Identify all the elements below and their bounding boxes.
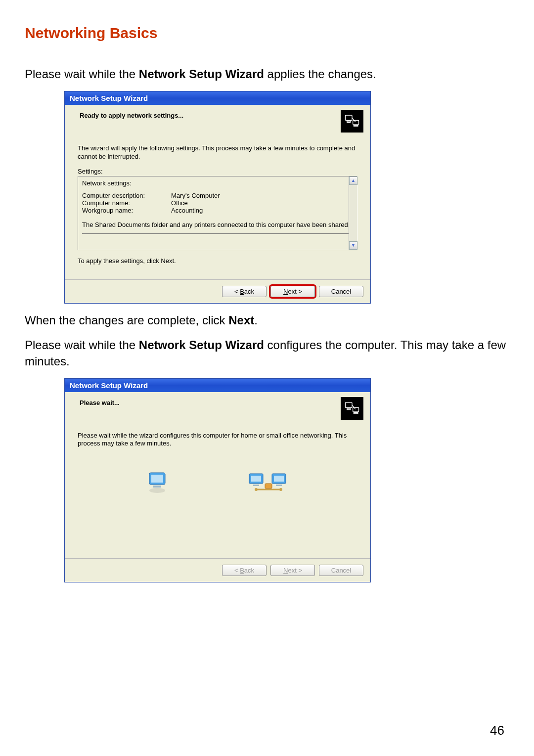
svg-rect-7 [354, 413, 358, 414]
svg-rect-1 [347, 121, 351, 123]
cancel-button[interactable]: Cancel [319, 286, 363, 297]
page-heading: Networking Basics [25, 25, 509, 42]
scroll-up-button[interactable]: ▲ [349, 177, 357, 185]
page-number: 46 [490, 723, 504, 738]
svg-rect-15 [274, 476, 284, 482]
svg-rect-4 [345, 402, 352, 407]
intro1-pre: Please wait while the [25, 67, 139, 81]
svg-rect-13 [251, 476, 261, 482]
next-label: Next > [283, 288, 302, 295]
settings-divider [82, 233, 353, 234]
back-button-disabled: < Back [222, 565, 267, 576]
desc-label: Computer description: [82, 192, 171, 199]
intro2-pre: When the changes are complete, click [25, 313, 228, 327]
wizard1-explain: The wizard will apply the following sett… [78, 144, 357, 161]
wizard2-header-title: Please wait... [80, 399, 362, 406]
name-label: Computer name: [82, 199, 171, 207]
svg-rect-0 [345, 115, 352, 120]
settings-scrollbar[interactable]: ▲ ▼ [349, 177, 357, 250]
intro1-post: applies the changes. [264, 67, 376, 81]
intro2-post: . [254, 313, 258, 327]
wizard1-titlebar: Network Setup Wizard [65, 91, 370, 105]
back-button[interactable]: < Back [222, 286, 267, 297]
intro3-pre: Please wait while the [25, 338, 139, 352]
intro1-bold: Network Setup Wizard [139, 67, 264, 81]
cancel-button-disabled: Cancel [319, 565, 363, 576]
next-button[interactable]: Next > [270, 286, 315, 297]
intro-text-3: Please wait while the Network Setup Wiza… [25, 337, 509, 369]
svg-rect-20 [265, 484, 272, 489]
wizard2-header-area: Please wait... [65, 392, 370, 423]
wg-value: Accounting [171, 207, 203, 214]
intro3-bold: Network Setup Wizard [139, 338, 264, 352]
wizard1-settings-box: Network settings: Computer description: … [78, 176, 357, 250]
back-label: < Back [234, 288, 254, 295]
wizard1-button-bar: < Back Next > Cancel [65, 279, 370, 303]
scroll-down-button[interactable]: ▼ [349, 241, 357, 250]
svg-rect-2 [353, 121, 359, 125]
network-devices-icon [341, 110, 363, 133]
wizard1-settings-label: Settings: [78, 168, 357, 175]
svg-rect-3 [354, 126, 358, 127]
network-devices-icon [341, 397, 363, 420]
wizard-ready-dialog: Network Setup Wizard Ready to apply netw… [64, 91, 371, 304]
svg-rect-6 [353, 407, 359, 412]
wg-label: Workgroup name: [82, 207, 171, 214]
intro2-bold: Next [228, 313, 254, 327]
desc-value: Mary's Computer [171, 192, 220, 199]
wizard2-titlebar: Network Setup Wizard [65, 379, 370, 392]
wizard-please-wait-dialog: Network Setup Wizard Please wait... Plea… [64, 378, 371, 582]
wizard2-body: Please wait while the wizard configures … [65, 423, 370, 558]
wizard2-progress-icons [78, 455, 357, 558]
row-workgroup-name: Workgroup name: Accounting [82, 207, 353, 214]
svg-rect-5 [347, 408, 351, 410]
wizard2-explain: Please wait while the wizard configures … [78, 432, 357, 448]
wizard1-header-title: Ready to apply network settings... [80, 112, 362, 119]
intro-text-2: When the changes are complete, click Nex… [25, 312, 509, 328]
wizard2-button-bar: < Back Next > Cancel [65, 558, 370, 582]
network-computers-icon [246, 470, 291, 499]
single-computer-icon [144, 470, 172, 499]
next-label-2: Next > [283, 567, 302, 574]
svg-rect-16 [253, 485, 259, 486]
wizard1-body: The wizard will apply the following sett… [65, 135, 370, 265]
row-computer-description: Computer description: Mary's Computer [82, 192, 353, 199]
svg-point-18 [255, 488, 258, 491]
next-button-disabled: Next > [270, 565, 315, 576]
wizard1-share-text: The Shared Documents folder and any prin… [82, 221, 353, 228]
name-value: Office [171, 199, 188, 207]
svg-rect-17 [276, 485, 282, 486]
wizard1-settings-title: Network settings: [82, 179, 353, 187]
svg-rect-10 [153, 486, 161, 488]
svg-rect-9 [151, 475, 163, 483]
intro-text-1: Please wait while the Network Setup Wiza… [25, 66, 509, 82]
svg-point-19 [279, 488, 282, 491]
back-label-2: < Back [234, 567, 254, 574]
svg-point-11 [149, 488, 165, 493]
wizard1-apply-instruction: To apply these settings, click Next. [78, 257, 357, 265]
row-computer-name: Computer name: Office [82, 199, 353, 207]
wizard1-header-area: Ready to apply network settings... [65, 105, 370, 135]
